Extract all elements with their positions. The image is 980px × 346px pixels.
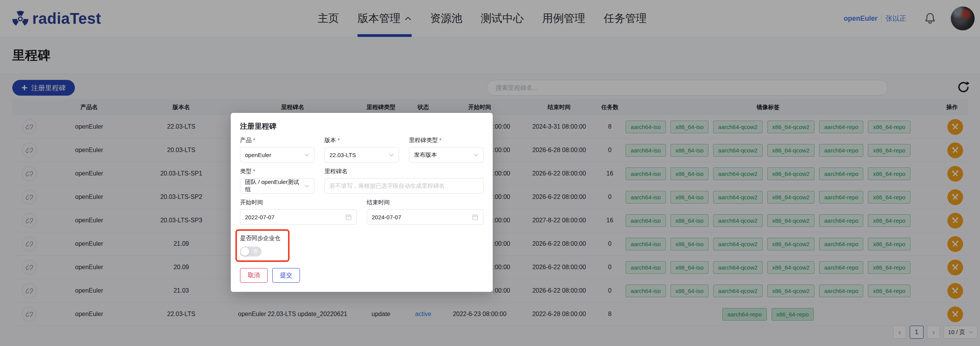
toggle-state-text: 否 (253, 247, 258, 257)
milestone-type-label: 里程碑类型* (409, 136, 483, 144)
milestone-name-label: 里程碑名 (324, 167, 483, 175)
type-field: 类型* 团队 / openEuler测试组 (240, 167, 315, 194)
end-time-label: 结束时间 (367, 198, 483, 206)
start-time-label: 开始时间 (240, 198, 357, 206)
product-label: 产品* (240, 136, 315, 144)
chevron-down-icon (473, 153, 478, 157)
milestone-type-field: 里程碑类型* 发布版本 (409, 136, 483, 162)
register-milestone-modal: 注册里程碑 产品* openEuler 版本* 22.03-LTS 里程碑类型*… (231, 113, 493, 292)
product-field: 产品* openEuler (240, 136, 315, 162)
product-select[interactable]: openEuler (240, 147, 315, 162)
chevron-down-icon (304, 153, 310, 157)
sync-toggle[interactable]: 否 (240, 247, 262, 257)
version-label: 版本* (324, 136, 399, 144)
end-date-input[interactable]: 2024-07-07 (367, 209, 483, 225)
modal-title: 注册里程碑 (240, 121, 483, 131)
sync-label: 是否同步企业仓 (240, 234, 290, 242)
milestone-type-select[interactable]: 发布版本 (409, 147, 483, 162)
calendar-icon (472, 214, 478, 220)
toggle-knob (241, 247, 249, 256)
version-field: 版本* 22.03-LTS (324, 136, 399, 162)
end-time-field: 结束时间 2024-07-07 (367, 198, 483, 225)
type-select[interactable]: 团队 / openEuler测试组 (240, 178, 315, 194)
version-select[interactable]: 22.03-LTS (324, 147, 399, 162)
calendar-icon (345, 214, 352, 220)
cancel-button[interactable]: 取消 (240, 268, 268, 283)
milestone-name-field: 里程碑名 若不填写，将根据已选字段自动生成里程碑名 (324, 167, 483, 194)
milestone-name-input[interactable]: 若不填写，将根据已选字段自动生成里程碑名 (324, 178, 483, 194)
chevron-down-icon (389, 153, 394, 157)
type-label: 类型* (240, 167, 315, 175)
start-date-input[interactable]: 2022-07-07 (240, 209, 357, 225)
submit-button[interactable]: 提交 (272, 268, 300, 283)
sync-enterprise-repo-group: 是否同步企业仓 否 (235, 229, 290, 262)
start-time-field: 开始时间 2022-07-07 (240, 198, 357, 225)
chevron-down-icon (304, 184, 310, 188)
